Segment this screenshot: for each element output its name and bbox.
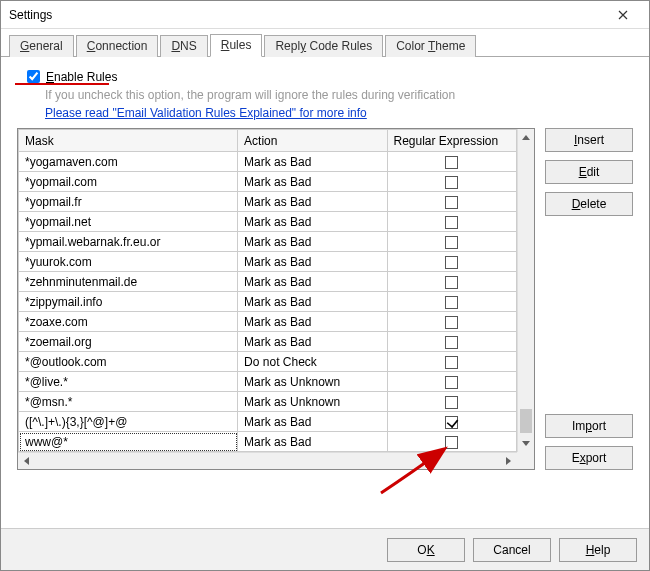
table-row[interactable]: www@*Mark as Bad: [19, 432, 517, 452]
cell-mask[interactable]: *zehnminutenmail.de: [19, 272, 238, 292]
table-row[interactable]: *zoemail.orgMark as Bad: [19, 332, 517, 352]
delete-button[interactable]: Delete: [545, 192, 633, 216]
cell-regex[interactable]: [387, 212, 517, 232]
table-row[interactable]: *@live.*Mark as Unknown: [19, 372, 517, 392]
cell-mask[interactable]: *ypmail.webarnak.fr.eu.or: [19, 232, 238, 252]
col-action[interactable]: Action: [238, 130, 387, 152]
tab-rules[interactable]: Rules: [210, 34, 263, 57]
cell-regex[interactable]: [387, 312, 517, 332]
export-button[interactable]: Export: [545, 446, 633, 470]
table-row[interactable]: *yuurok.comMark as Bad: [19, 252, 517, 272]
regex-checkbox[interactable]: [445, 236, 458, 249]
cell-mask[interactable]: *zoaxe.com: [19, 312, 238, 332]
import-button[interactable]: Import: [545, 414, 633, 438]
cell-action[interactable]: Mark as Bad: [238, 412, 387, 432]
table-row[interactable]: *yopmail.comMark as Bad: [19, 172, 517, 192]
table-row[interactable]: *ypmail.webarnak.fr.eu.orMark as Bad: [19, 232, 517, 252]
cell-mask[interactable]: ([^\.]+\.){3,}[^@]+@: [19, 412, 238, 432]
cell-action[interactable]: Mark as Bad: [238, 212, 387, 232]
regex-checkbox[interactable]: [445, 436, 458, 449]
vertical-scroll-thumb[interactable]: [520, 409, 532, 433]
cell-mask[interactable]: *@msn.*: [19, 392, 238, 412]
cell-regex[interactable]: [387, 432, 517, 452]
cell-mask[interactable]: *@live.*: [19, 372, 238, 392]
cell-action[interactable]: Mark as Bad: [238, 172, 387, 192]
cell-mask[interactable]: *yopmail.fr: [19, 192, 238, 212]
enable-rules-checkbox[interactable]: [27, 70, 40, 83]
cell-action[interactable]: Mark as Bad: [238, 292, 387, 312]
table-row[interactable]: *zippymail.infoMark as Bad: [19, 292, 517, 312]
regex-checkbox[interactable]: [445, 416, 458, 429]
cell-mask[interactable]: *yogamaven.com: [19, 152, 238, 172]
table-row[interactable]: *yopmail.netMark as Bad: [19, 212, 517, 232]
cell-action[interactable]: Mark as Bad: [238, 252, 387, 272]
insert-button[interactable]: Insert: [545, 128, 633, 152]
cell-regex[interactable]: [387, 232, 517, 252]
regex-checkbox[interactable]: [445, 336, 458, 349]
tab-color-theme[interactable]: Color Theme: [385, 35, 476, 57]
table-row[interactable]: *zoaxe.comMark as Bad: [19, 312, 517, 332]
tab-dns[interactable]: DNS: [160, 35, 207, 57]
cell-regex[interactable]: [387, 412, 517, 432]
cell-regex[interactable]: [387, 252, 517, 272]
cell-regex[interactable]: [387, 352, 517, 372]
tab-connection[interactable]: Connection: [76, 35, 159, 57]
ok-button[interactable]: OK: [387, 538, 465, 562]
cell-action[interactable]: Mark as Unknown: [238, 372, 387, 392]
enable-rules-label[interactable]: Enable Rules: [46, 70, 117, 84]
scroll-down-icon[interactable]: [518, 435, 534, 452]
cell-mask[interactable]: *yopmail.com: [19, 172, 238, 192]
table-row[interactable]: *yopmail.frMark as Bad: [19, 192, 517, 212]
cell-mask[interactable]: www@*: [19, 432, 238, 452]
cell-action[interactable]: Mark as Bad: [238, 152, 387, 172]
tab-general[interactable]: General: [9, 35, 74, 57]
scroll-right-icon[interactable]: [500, 453, 517, 470]
regex-checkbox[interactable]: [445, 376, 458, 389]
scroll-left-icon[interactable]: [18, 453, 35, 470]
regex-checkbox[interactable]: [445, 256, 458, 269]
cell-action[interactable]: Mark as Bad: [238, 192, 387, 212]
table-row[interactable]: ([^\.]+\.){3,}[^@]+@Mark as Bad: [19, 412, 517, 432]
table-row[interactable]: *yogamaven.comMark as Bad: [19, 152, 517, 172]
cell-regex[interactable]: [387, 392, 517, 412]
help-button[interactable]: Help: [559, 538, 637, 562]
cell-regex[interactable]: [387, 172, 517, 192]
col-mask[interactable]: Mask: [19, 130, 238, 152]
table-row[interactable]: *@msn.*Mark as Unknown: [19, 392, 517, 412]
table-row[interactable]: *@outlook.comDo not Check: [19, 352, 517, 372]
cell-regex[interactable]: [387, 192, 517, 212]
close-button[interactable]: [605, 5, 641, 25]
table-row[interactable]: *zehnminutenmail.deMark as Bad: [19, 272, 517, 292]
doc-link[interactable]: Please read "Email Validation Rules Expl…: [45, 106, 367, 120]
regex-checkbox[interactable]: [445, 276, 458, 289]
cell-action[interactable]: Mark as Unknown: [238, 392, 387, 412]
regex-checkbox[interactable]: [445, 356, 458, 369]
scroll-up-icon[interactable]: [518, 129, 534, 146]
regex-checkbox[interactable]: [445, 216, 458, 229]
cell-mask[interactable]: *yopmail.net: [19, 212, 238, 232]
cell-mask[interactable]: *@outlook.com: [19, 352, 238, 372]
edit-button[interactable]: Edit: [545, 160, 633, 184]
cell-mask[interactable]: *zoemail.org: [19, 332, 238, 352]
regex-checkbox[interactable]: [445, 396, 458, 409]
cell-regex[interactable]: [387, 292, 517, 312]
cell-regex[interactable]: [387, 332, 517, 352]
regex-checkbox[interactable]: [445, 296, 458, 309]
vertical-scrollbar[interactable]: [517, 129, 534, 452]
cell-action[interactable]: Do not Check: [238, 352, 387, 372]
regex-checkbox[interactable]: [445, 316, 458, 329]
regex-checkbox[interactable]: [445, 196, 458, 209]
tab-reply-code-rules[interactable]: Reply Code Rules: [264, 35, 383, 57]
regex-checkbox[interactable]: [445, 156, 458, 169]
cell-action[interactable]: Mark as Bad: [238, 432, 387, 452]
cell-action[interactable]: Mark as Bad: [238, 232, 387, 252]
col-regex[interactable]: Regular Expression: [387, 130, 517, 152]
cell-action[interactable]: Mark as Bad: [238, 312, 387, 332]
cancel-button[interactable]: Cancel: [473, 538, 551, 562]
cell-action[interactable]: Mark as Bad: [238, 272, 387, 292]
cell-mask[interactable]: *zippymail.info: [19, 292, 238, 312]
horizontal-scrollbar[interactable]: [18, 452, 517, 469]
cell-regex[interactable]: [387, 272, 517, 292]
cell-regex[interactable]: [387, 152, 517, 172]
cell-regex[interactable]: [387, 372, 517, 392]
